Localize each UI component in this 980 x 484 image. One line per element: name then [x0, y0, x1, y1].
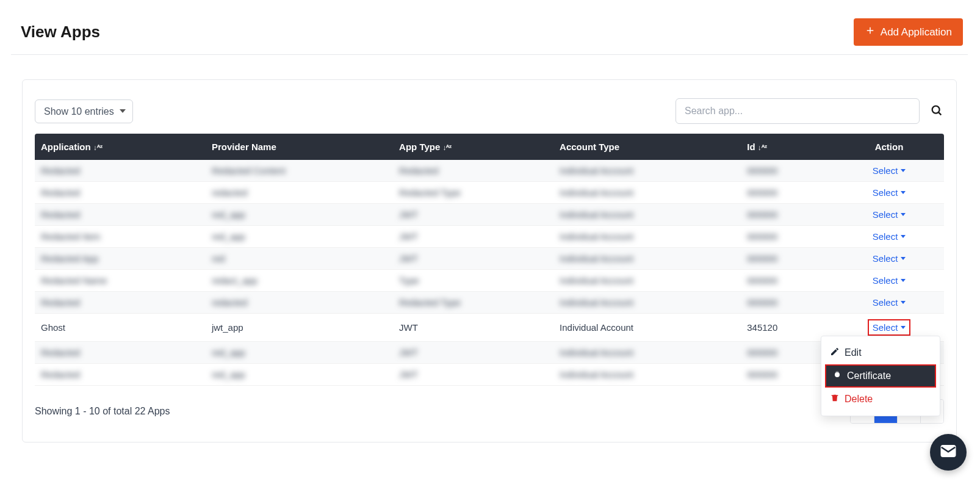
cell-id: 000000: [741, 248, 834, 270]
select-action-button[interactable]: Select: [873, 209, 906, 220]
table-row: Redactedred_appJWTIndividual Account0000…: [35, 364, 944, 386]
cell-id: 000000: [741, 270, 834, 292]
cell-provider: red_app: [206, 226, 393, 248]
apps-table: Application↓ᴬᶻ Provider Name App Type↓ᴬᶻ…: [35, 134, 944, 386]
table-footer: Showing 1 - 10 of total 22 Apps «12»: [35, 399, 944, 424]
entries-select[interactable]: Show 10 entries: [35, 99, 133, 123]
cell-accounttype: Individual Account: [553, 364, 741, 386]
cell-application: Redacted App: [35, 248, 206, 270]
select-action-button[interactable]: Select: [873, 275, 906, 286]
col-application-label: Application: [41, 142, 91, 152]
col-action: Action: [834, 134, 944, 160]
cell-id: 000000: [741, 226, 834, 248]
select-action-button[interactable]: Select: [873, 187, 906, 198]
cell-provider: Redacted Content: [206, 160, 393, 182]
plus-icon: [865, 25, 876, 39]
cell-accounttype: Individual Account: [553, 226, 741, 248]
search-button[interactable]: [929, 104, 944, 118]
table-head: Application↓ᴬᶻ Provider Name App Type↓ᴬᶻ…: [35, 134, 944, 160]
sort-icon: ↓ᴬᶻ: [442, 143, 452, 152]
cell-id: 000000: [741, 160, 834, 182]
add-application-button[interactable]: Add Application: [854, 18, 963, 46]
col-id[interactable]: Id↓ᴬᶻ: [741, 134, 834, 160]
cell-apptype: JWT: [393, 204, 553, 226]
col-application[interactable]: Application↓ᴬᶻ: [35, 134, 206, 160]
col-accounttype[interactable]: Account Type: [553, 134, 741, 160]
chat-fab-button[interactable]: [930, 434, 967, 467]
select-action-label: Select: [873, 275, 898, 286]
select-action-button[interactable]: Select: [873, 231, 906, 242]
cell-action: Select: [834, 226, 944, 248]
search-input[interactable]: [676, 98, 920, 124]
sort-icon: ↓ᴬᶻ: [93, 143, 103, 152]
cell-apptype: Type: [393, 270, 553, 292]
select-action-button[interactable]: Select: [868, 319, 911, 336]
cell-accounttype: Individual Account: [553, 182, 741, 204]
cell-apptype: JWT: [393, 314, 553, 342]
apps-card: Show 10 entries Application↓ᴬᶻ Provider …: [22, 79, 957, 442]
cell-application: Redacted: [35, 160, 206, 182]
cell-application: Redacted: [35, 182, 206, 204]
col-provider[interactable]: Provider Name: [206, 134, 393, 160]
select-action-button[interactable]: Select: [873, 253, 906, 264]
select-action-label: Select: [873, 253, 898, 264]
caret-down-icon: [901, 279, 906, 282]
table-row: Redacted AppredJWTIndividual Account0000…: [35, 248, 944, 270]
cell-provider: redacted: [206, 182, 393, 204]
cell-provider: jwt_app: [206, 314, 393, 342]
cell-application: Ghost: [35, 314, 206, 342]
col-apptype[interactable]: App Type↓ᴬᶻ: [393, 134, 553, 160]
cell-application: Redacted: [35, 342, 206, 364]
cell-accounttype: Individual Account: [553, 292, 741, 314]
cell-accounttype: Individual Account: [553, 248, 741, 270]
table-row: RedactedredactedRedacted TypeIndividual …: [35, 182, 944, 204]
dropdown-edit[interactable]: Edit: [821, 342, 940, 363]
cell-accounttype: Individual Account: [553, 204, 741, 226]
page-container: View Apps Add Application Show 10 entrie…: [0, 0, 980, 467]
cell-apptype: JWT: [393, 342, 553, 364]
cell-action: Select: [834, 160, 944, 182]
cell-application: Redacted Name: [35, 270, 206, 292]
select-action-label: Select: [873, 187, 898, 198]
svg-line-1: [939, 112, 941, 115]
dropdown-delete[interactable]: Delete: [821, 389, 940, 410]
table-row: Redacted Itemred_appJWTIndividual Accoun…: [35, 226, 944, 248]
select-action-button[interactable]: Select: [873, 165, 906, 176]
caret-down-icon: [901, 235, 906, 238]
table-row: Redactedred_appJWTIndividual Account0000…: [35, 204, 944, 226]
table-row: RedactedredactedRedacted TypeIndividual …: [35, 292, 944, 314]
col-id-label: Id: [747, 142, 755, 152]
cell-apptype: Redacted Type: [393, 292, 553, 314]
page-title: View Apps: [21, 23, 100, 42]
cell-action: Select: [834, 204, 944, 226]
table-toolbar: Show 10 entries: [35, 98, 944, 124]
add-application-label: Add Application: [881, 26, 952, 38]
search-wrap: [676, 98, 944, 124]
col-action-label: Action: [875, 142, 904, 152]
cell-apptype: Redacted Type: [393, 182, 553, 204]
caret-down-icon: [901, 213, 906, 216]
result-count: Showing 1 - 10 of total 22 Apps: [35, 406, 170, 417]
select-action-label: Select: [873, 322, 898, 333]
caret-down-icon: [901, 326, 906, 329]
select-action-button[interactable]: Select: [873, 297, 906, 308]
cell-apptype: JWT: [393, 226, 553, 248]
cell-accounttype: Individual Account: [553, 160, 741, 182]
cell-provider: red_app: [206, 204, 393, 226]
cell-application: Redacted: [35, 204, 206, 226]
cell-action: SelectEditCertificateDelete: [834, 314, 944, 342]
col-accounttype-label: Account Type: [560, 142, 619, 152]
trash-icon: [830, 393, 840, 405]
select-action-label: Select: [873, 297, 898, 308]
cell-action: Select: [834, 182, 944, 204]
dropdown-certificate[interactable]: Certificate: [825, 364, 936, 388]
cell-application: Redacted: [35, 292, 206, 314]
cell-provider: red_app: [206, 364, 393, 386]
cell-id: 000000: [741, 204, 834, 226]
cell-provider: redact_app: [206, 270, 393, 292]
cell-accounttype: Individual Account: [553, 270, 741, 292]
cell-application: Redacted: [35, 364, 206, 386]
cell-provider: red: [206, 248, 393, 270]
select-action-label: Select: [873, 209, 898, 220]
caret-down-icon: [901, 191, 906, 194]
